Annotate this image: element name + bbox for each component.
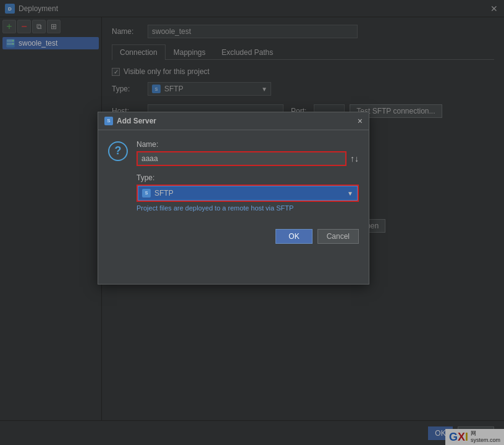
modal-overlay: S Add Server × ? Name: ↑↓ — [0, 0, 504, 445]
sort-icon: ↑↓ — [350, 154, 359, 164]
modal-type-label: Type: — [136, 173, 359, 182]
modal-info-icon: ? — [108, 141, 128, 161]
modal-cancel-button[interactable]: Cancel — [317, 229, 359, 244]
modal-type-field: Type: S SFTP ▼ Project files are deploye… — [136, 173, 359, 212]
modal-name-label: Name: — [136, 140, 359, 149]
modal-content-row: ? Name: ↑↓ Type: — [108, 140, 359, 219]
modal-body: ? Name: ↑↓ Type: — [98, 130, 369, 254]
modal-close-button[interactable]: × — [358, 116, 363, 126]
modal-name-input-wrapper: ↑↓ — [136, 151, 359, 166]
modal-type-select[interactable]: S SFTP ▼ — [138, 186, 358, 201]
modal-type-select-wrapper: S SFTP ▼ — [136, 185, 359, 202]
modal-ok-button[interactable]: OK — [275, 229, 312, 244]
modal-name-field: Name: ↑↓ — [136, 140, 359, 166]
modal-fields: Name: ↑↓ Type: S SFTP ▼ — [136, 140, 359, 219]
add-server-modal: S Add Server × ? Name: ↑↓ — [98, 112, 369, 285]
modal-type-select-arrow: ▼ — [347, 189, 353, 196]
modal-name-input[interactable] — [136, 151, 346, 166]
modal-title-text: Add Server — [117, 117, 156, 125]
modal-title-content: S Add Server — [104, 117, 156, 125]
modal-sftp-icon: S — [142, 189, 151, 198]
modal-buttons: OK Cancel — [108, 229, 359, 244]
modal-title-icon: S — [104, 117, 113, 125]
modal-hint-text: Project files are deployed to a remote h… — [136, 204, 359, 212]
modal-title-bar: S Add Server × — [98, 112, 369, 130]
